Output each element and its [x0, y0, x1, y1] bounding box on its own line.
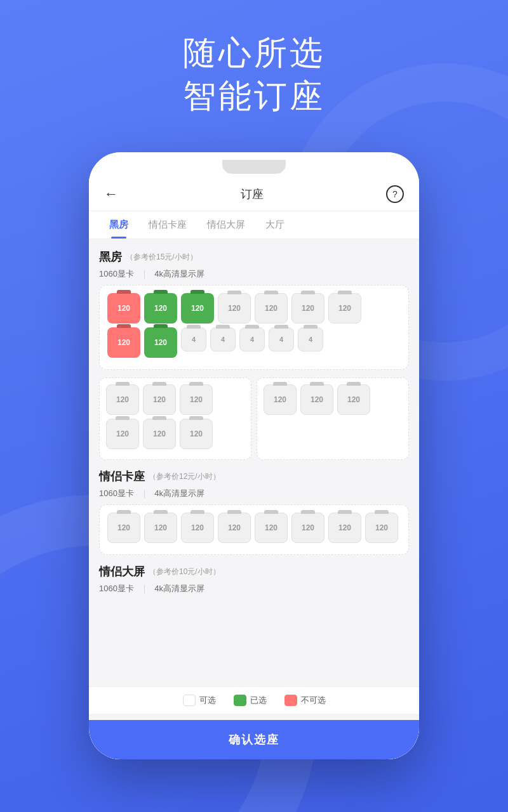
- legend-unavailable-box: [284, 695, 297, 706]
- seat-gr-1-2[interactable]: 120: [300, 384, 333, 415]
- seat-gl-1-3[interactable]: 120: [180, 384, 213, 415]
- section-qinlv-daping: 情侣大屏 （参考价10元/小时） 1060显卡 ｜ 4k高清显示屏: [99, 564, 409, 594]
- section-kazuo-spec: 1060显卡 ｜ 4k高清显示屏: [99, 488, 409, 499]
- legend-unavailable-label: 不可选: [301, 695, 326, 706]
- seat-2-6[interactable]: 4: [269, 327, 294, 351]
- heifang-group-right-row1: 120 120 120: [264, 384, 402, 415]
- kazuo-seat-8[interactable]: 120: [365, 513, 398, 543]
- legend-selected-label: 已选: [250, 695, 267, 706]
- legend-selected: 已选: [234, 695, 267, 706]
- seat-gl-2-1[interactable]: 120: [106, 419, 139, 449]
- scroll-content: 黑房 （参考价15元/小时） 1060显卡 ｜ 4k高清显示屏: [89, 239, 419, 759]
- help-button[interactable]: ?: [386, 185, 404, 203]
- heifang-row-2: 120 120 4 4 4 4 4: [107, 327, 401, 358]
- heifang-group-right: 120 120 120: [257, 377, 409, 460]
- section-qinlv-kazuo: 情侣卡座 （参考价12元/小时） 1060显卡 ｜ 4k高清显示屏 120 12…: [99, 469, 409, 555]
- header-line2: 智能订座: [183, 77, 325, 114]
- seat-1-3[interactable]: 120: [181, 293, 214, 324]
- seat-gl-1-2[interactable]: 120: [143, 384, 176, 415]
- app-navbar: ← 订座 ?: [89, 178, 419, 211]
- legend-available: 可选: [183, 695, 216, 706]
- heifang-group-left-row2: 120 120 120: [106, 419, 244, 449]
- tab-qinlv-kazuo[interactable]: 情侣卡座: [138, 211, 197, 239]
- legend-bar: 可选 已选 不可选: [89, 686, 419, 714]
- heifang-row-1: 120 120 120 120 120 120 120: [107, 293, 401, 324]
- seat-1-4[interactable]: 120: [218, 293, 251, 324]
- confirm-button[interactable]: 确认选座: [89, 720, 419, 759]
- seat-1-1[interactable]: 120: [107, 293, 140, 324]
- legend-selected-box: [234, 695, 246, 706]
- kazuo-seat-1[interactable]: 120: [107, 513, 140, 543]
- seat-1-5[interactable]: 120: [255, 293, 288, 324]
- seat-gr-1-1[interactable]: 120: [264, 384, 297, 415]
- seat-1-7[interactable]: 120: [328, 293, 361, 324]
- section-daping-title: 情侣大屏: [99, 564, 145, 579]
- kazuo-seat-5[interactable]: 120: [255, 513, 288, 543]
- navbar-title: 订座: [241, 187, 264, 202]
- header-line1: 随心所选: [183, 34, 325, 71]
- seat-gl-1-1[interactable]: 120: [106, 384, 139, 415]
- kazuo-row-1: 120 120 120 120 120 120 120 120: [107, 513, 401, 543]
- kazuo-seat-2[interactable]: 120: [144, 513, 177, 543]
- tab-qinlv-daping[interactable]: 情侣大屏: [197, 211, 255, 239]
- kazuo-seat-7[interactable]: 120: [328, 513, 361, 543]
- heifang-top-seat-area: 120 120 120 120 120 120 120 120 120: [99, 285, 409, 370]
- phone-mockup: ← 订座 ? 黑房 情侣卡座 情侣大屏 大厅 黑房 （参考价15元/小时）: [89, 152, 419, 759]
- section-daping-spec: 1060显卡 ｜ 4k高清显示屏: [99, 583, 409, 594]
- seat-2-5[interactable]: 4: [239, 327, 265, 351]
- seat-2-3[interactable]: 4: [181, 327, 206, 351]
- seat-2-7[interactable]: 4: [298, 327, 323, 351]
- seat-1-2[interactable]: 120: [144, 293, 177, 324]
- tab-bar: 黑房 情侣卡座 情侣大屏 大厅: [89, 211, 419, 239]
- seat-1-6[interactable]: 120: [291, 293, 324, 324]
- kazuo-seat-6[interactable]: 120: [291, 513, 324, 543]
- heifang-group-left-row1: 120 120 120: [106, 384, 244, 415]
- header-text: 随心所选 智能订座: [0, 32, 508, 117]
- section-daping-price: （参考价10元/小时）: [149, 566, 220, 577]
- seat-gr-1-3[interactable]: 120: [337, 384, 370, 415]
- legend-available-box: [183, 695, 196, 706]
- seat-2-2[interactable]: 120: [144, 327, 177, 358]
- legend-available-label: 可选: [199, 695, 216, 706]
- heifang-group-left: 120 120 120 120 120 120: [99, 377, 251, 460]
- section-heifang-title: 黑房: [99, 249, 122, 265]
- kazuo-seat-3[interactable]: 120: [181, 513, 214, 543]
- section-heifang-price: （参考价15元/小时）: [126, 252, 197, 263]
- section-heifang: 黑房 （参考价15元/小时） 1060显卡 ｜ 4k高清显示屏: [99, 249, 409, 460]
- heifang-bottom-groups: 120 120 120 120 120 120: [99, 377, 409, 460]
- seat-gl-2-3[interactable]: 120: [180, 419, 213, 449]
- back-button[interactable]: ←: [104, 186, 118, 202]
- section-heifang-spec: 1060显卡 ｜ 4k高清显示屏: [99, 268, 409, 280]
- legend-unavailable: 不可选: [284, 695, 326, 706]
- tab-heifang[interactable]: 黑房: [99, 211, 138, 239]
- seat-gl-2-2[interactable]: 120: [143, 419, 176, 449]
- kazuo-seat-area: 120 120 120 120 120 120 120 120: [99, 504, 409, 555]
- seat-2-4[interactable]: 4: [210, 327, 236, 351]
- seat-2-1[interactable]: 120: [107, 327, 140, 358]
- kazuo-seat-4[interactable]: 120: [218, 513, 251, 543]
- section-kazuo-price: （参考价12元/小时）: [149, 471, 220, 482]
- phone-notch: [222, 160, 286, 174]
- tab-dating[interactable]: 大厅: [255, 211, 295, 239]
- section-kazuo-title: 情侣卡座: [99, 469, 145, 484]
